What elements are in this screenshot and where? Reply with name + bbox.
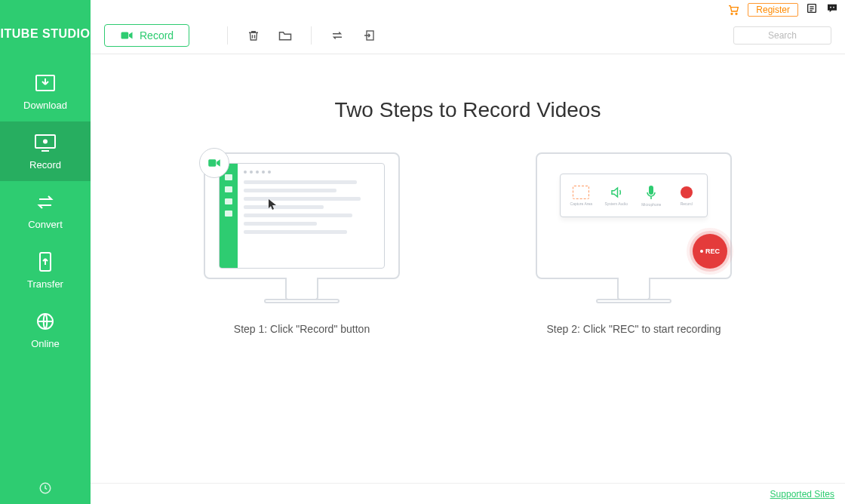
folder-icon[interactable] xyxy=(278,28,293,43)
svg-point-19 xyxy=(681,186,693,198)
svg-point-10 xyxy=(43,140,48,144)
app-logo: ITUBE STUDIO xyxy=(1,27,91,41)
svg-rect-17 xyxy=(208,159,216,166)
transfer-icon xyxy=(32,251,58,272)
search-input[interactable] xyxy=(733,26,831,45)
sidebar-item-label: Online xyxy=(31,338,60,349)
record-button[interactable]: Record xyxy=(104,24,189,47)
toolbar-separator xyxy=(227,26,228,45)
cursor-icon xyxy=(268,198,278,214)
refresh-icon[interactable] xyxy=(330,28,345,43)
panel-lbl: Capture Area xyxy=(570,201,592,206)
svg-point-0 xyxy=(731,13,733,14)
sidebar: ITUBE STUDIO Download Record Convert Tra… xyxy=(0,0,91,504)
top-right-actions: Register xyxy=(727,2,839,17)
record-icon xyxy=(32,132,58,153)
sidebar-item-record[interactable]: Record xyxy=(0,121,91,181)
toolbar-separator xyxy=(311,26,312,45)
page-title: Two Steps to Record Videos xyxy=(121,98,815,122)
step1-illustration xyxy=(204,152,400,303)
history-icon[interactable] xyxy=(38,481,52,498)
step-1: Step 1: Click "Record" button xyxy=(166,152,438,335)
sidebar-item-transfer[interactable]: Transfer xyxy=(0,241,91,300)
sidebar-item-label: Convert xyxy=(28,219,63,230)
step1-caption: Step 1: Click "Record" button xyxy=(234,323,370,335)
sidebar-item-online[interactable]: Online xyxy=(0,300,91,360)
rec-label: REC xyxy=(705,247,720,255)
cart-icon[interactable] xyxy=(727,4,740,16)
supported-sites-link[interactable]: Supported Sites xyxy=(770,489,834,499)
download-icon xyxy=(32,72,58,94)
trash-icon[interactable] xyxy=(246,28,261,43)
main-area: Record Two Steps to Record Videos xyxy=(91,17,845,504)
sidebar-item-download[interactable]: Download xyxy=(0,62,91,121)
footer-bar: Supported Sites xyxy=(91,483,845,504)
rec-badge-icon: REC xyxy=(693,234,727,269)
register-button[interactable]: Register xyxy=(748,3,798,17)
svg-point-6 xyxy=(830,7,831,8)
sidebar-item-label: Record xyxy=(29,159,61,171)
convert-icon xyxy=(32,192,58,213)
globe-icon xyxy=(32,311,58,332)
step2-caption: Step 2: Click "REC" to start recording xyxy=(547,323,721,335)
sidebar-nav: Download Record Convert Transfer Online xyxy=(0,62,91,360)
import-icon[interactable] xyxy=(361,28,376,43)
panel-lbl: Microphone xyxy=(641,202,661,207)
step-2: Capture Area System Audio Microphone xyxy=(498,152,770,335)
sidebar-item-convert[interactable]: Convert xyxy=(0,181,91,241)
feedback-icon[interactable] xyxy=(825,2,839,17)
list-icon[interactable] xyxy=(806,2,818,17)
svg-point-1 xyxy=(736,13,737,14)
record-button-label: Record xyxy=(140,29,174,41)
sidebar-item-label: Transfer xyxy=(27,278,63,290)
content-area: Two Steps to Record Videos xyxy=(91,54,845,504)
videocam-bubble-icon xyxy=(199,148,229,178)
sidebar-item-label: Download xyxy=(23,100,67,111)
svg-rect-18 xyxy=(649,186,653,195)
svg-rect-15 xyxy=(121,32,129,38)
panel-lbl: Record xyxy=(681,201,693,206)
toolbar: Record xyxy=(91,17,845,54)
panel-lbl: System Audio xyxy=(604,201,628,206)
sidebar-footer xyxy=(0,481,91,498)
svg-point-7 xyxy=(833,7,834,8)
step2-illustration: Capture Area System Audio Microphone xyxy=(536,152,732,303)
